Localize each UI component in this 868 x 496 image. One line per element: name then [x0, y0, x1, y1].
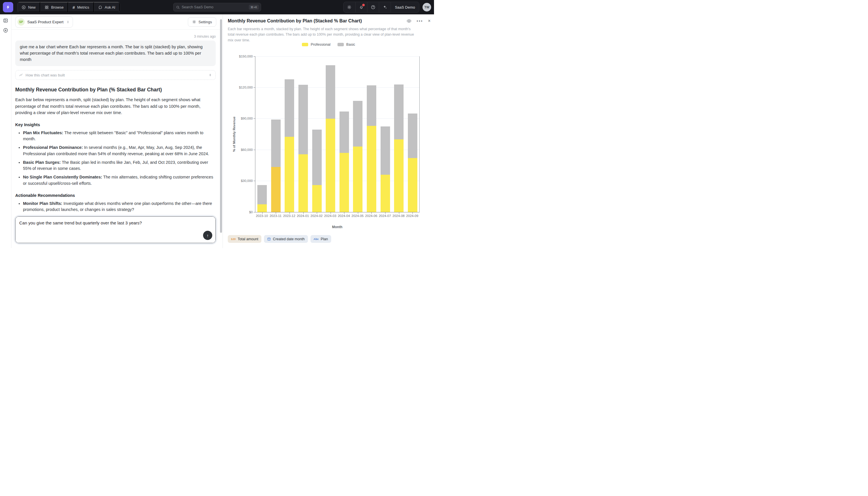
- bar-segment-professional-2024-04[interactable]: [339, 153, 349, 212]
- bar-segment-basic-2024-01[interactable]: [299, 85, 308, 154]
- y-tick-label: $90,000: [223, 117, 253, 120]
- bar-segment-professional-2024-02[interactable]: [312, 185, 322, 212]
- settings-label: Settings: [198, 20, 212, 24]
- recommendations-heading: Actionable Recommendations: [15, 193, 216, 198]
- x-tick: [303, 212, 304, 214]
- bar-segment-basic-2023-11[interactable]: [271, 120, 280, 167]
- bar-segment-professional-2024-08[interactable]: [394, 139, 404, 212]
- close-icon[interactable]: ×: [428, 18, 431, 24]
- legend-item-professional[interactable]: Professional: [302, 43, 331, 47]
- bar-segment-basic-2024-06[interactable]: [367, 86, 376, 126]
- list-item: Professional Plan Dominance: In several …: [23, 144, 216, 157]
- question-circle-icon: [371, 5, 375, 10]
- agent-selector[interactable]: SP SaaS Product Expert: [15, 16, 73, 28]
- utility-icon-group: SaaS Demo: [343, 2, 419, 13]
- bar-segment-professional-2024-05[interactable]: [353, 146, 363, 212]
- chat-header: SP SaaS Product Expert Settings: [12, 14, 223, 30]
- bar-segment-basic-2024-05[interactable]: [353, 101, 363, 146]
- grid-icon: [45, 5, 49, 10]
- workspace-switcher[interactable]: SaaS Demo: [391, 2, 419, 12]
- plot-area: [255, 56, 420, 212]
- tag-plan[interactable]: Abc Plan: [310, 235, 331, 243]
- bar-segment-professional-2023-11[interactable]: [271, 167, 280, 212]
- hash-icon: #: [73, 5, 75, 10]
- eye-icon[interactable]: [406, 18, 412, 24]
- x-axis-labels: 2023-102023-112023-122024-012024-022024-…: [255, 214, 420, 219]
- chart-panel-title: Monthly Revenue Contribution by Plan (St…: [228, 18, 362, 24]
- x-tick-label: 2024-06: [365, 214, 377, 218]
- bar-segment-professional-2024-07[interactable]: [381, 175, 390, 212]
- bar-segment-professional-2024-03[interactable]: [326, 119, 335, 212]
- x-tick: [358, 212, 358, 214]
- y-tick-label: $60,000: [223, 148, 253, 152]
- bar-segment-basic-2024-09[interactable]: [408, 113, 417, 158]
- chat-scrollbar-thumb[interactable]: [220, 19, 222, 233]
- top-nav: New Browse # Metrics Ask AI: [0, 0, 434, 14]
- y-tick: [254, 56, 255, 57]
- plus-circle-icon: [21, 5, 26, 10]
- chevron-updown-icon: [209, 73, 212, 77]
- y-tick-label: $30,000: [223, 179, 253, 183]
- gear-icon: [192, 20, 196, 24]
- y-tick-label: $120,000: [223, 86, 253, 89]
- y-axis-labels: $150,000$120,000$90,000$60,000$30,000$0: [223, 56, 253, 212]
- global-search[interactable]: ⌘+K: [173, 3, 261, 12]
- bar-segment-professional-2024-06[interactable]: [367, 126, 376, 212]
- chart-description: Each bar represents a month, stacked by …: [228, 27, 416, 43]
- bar-segment-basic-2024-07[interactable]: [381, 126, 390, 175]
- workspace-name: SaaS Demo: [395, 5, 415, 10]
- number-field-icon: 123: [231, 238, 236, 241]
- agent-avatar: SP: [17, 18, 25, 26]
- send-button[interactable]: ↑: [203, 231, 212, 240]
- x-tick: [331, 212, 331, 214]
- metrics-label: Metrics: [77, 5, 89, 10]
- app-logo[interactable]: [3, 2, 13, 12]
- new-button[interactable]: New: [17, 2, 40, 12]
- chat-bubble-icon: [98, 5, 102, 10]
- ask-ai-button[interactable]: Ask AI: [94, 2, 120, 12]
- bar-segment-professional-2024-09[interactable]: [408, 158, 417, 212]
- ai-assist-button[interactable]: [379, 2, 391, 12]
- x-tick: [276, 212, 276, 214]
- browse-label: Browse: [51, 5, 63, 10]
- settings-gear-button[interactable]: [343, 2, 355, 12]
- more-options-icon[interactable]: ●●●: [417, 19, 423, 22]
- list-item: Plan Mix Fluctuates: The revenue split b…: [23, 130, 216, 142]
- bar-segment-basic-2023-12[interactable]: [285, 79, 294, 137]
- list-item: Targeted Upsell: In months where Basic d…: [23, 215, 216, 216]
- nav-right: SaaS Demo TW: [343, 2, 431, 13]
- avatar-initials: TW: [424, 5, 429, 9]
- x-tick: [317, 212, 317, 214]
- x-tick: [399, 212, 399, 214]
- left-rail: [0, 14, 12, 248]
- insights-list: Plan Mix Fluctuates: The revenue split b…: [15, 130, 216, 187]
- bar-segment-basic-2023-10[interactable]: [257, 185, 267, 204]
- sidebar-toggle-icon[interactable]: [3, 18, 8, 23]
- agent-settings-button[interactable]: Settings: [188, 17, 216, 27]
- notifications-button[interactable]: [355, 2, 367, 12]
- bar-segment-professional-2023-12[interactable]: [285, 137, 294, 212]
- user-message: give me a bar chart where Each bar repre…: [15, 41, 216, 66]
- how-built-expander[interactable]: How this chart was built: [15, 70, 216, 80]
- user-avatar[interactable]: TW: [422, 3, 431, 12]
- bar-segment-basic-2024-08[interactable]: [394, 84, 404, 140]
- new-thread-icon[interactable]: [3, 28, 8, 33]
- help-button[interactable]: [367, 2, 379, 12]
- search-input[interactable]: [182, 5, 249, 9]
- legend-item-basic[interactable]: Basic: [337, 43, 355, 47]
- message-input[interactable]: Can you give the same trend but quarterl…: [16, 217, 215, 243]
- bar-segment-professional-2023-10[interactable]: [257, 204, 267, 212]
- bar-segment-basic-2024-03[interactable]: [326, 65, 335, 119]
- metrics-button[interactable]: # Metrics: [68, 2, 94, 12]
- tag-created-date-month[interactable]: Created date month: [264, 235, 308, 243]
- x-tick-label: 2024-09: [406, 214, 418, 218]
- tag-total-amount[interactable]: 123 Total amount: [228, 235, 261, 243]
- bar-segment-basic-2024-02[interactable]: [312, 129, 322, 185]
- x-tick: [371, 212, 372, 214]
- browse-button[interactable]: Browse: [40, 2, 68, 12]
- bar-segment-basic-2024-04[interactable]: [339, 111, 349, 153]
- bar-segment-professional-2024-01[interactable]: [299, 154, 308, 212]
- new-label: New: [28, 5, 36, 10]
- tag-label: Created date month: [273, 237, 305, 241]
- composer: Can you give the same trend but quarterl…: [15, 216, 216, 243]
